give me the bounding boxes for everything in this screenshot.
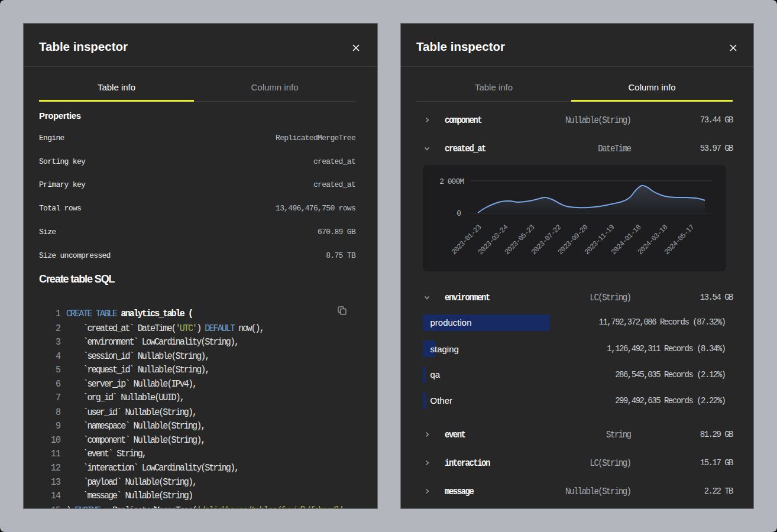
svg-text:2 000M: 2 000M xyxy=(439,177,464,186)
svg-text:0: 0 xyxy=(457,209,461,218)
